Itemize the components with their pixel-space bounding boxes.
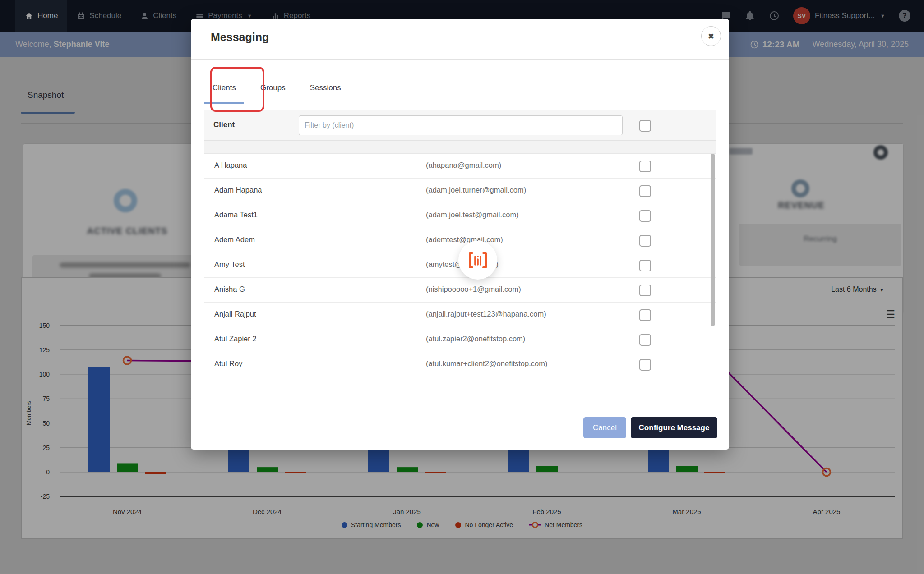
client-email: (atul.zapier2@onefitstop.com) (426, 335, 525, 343)
row-checkbox[interactable] (639, 260, 651, 271)
screen: Home Schedule Clients Payments ▼ Reports (0, 0, 924, 574)
row-checkbox[interactable] (639, 235, 651, 247)
client-email: (nishipooooo+1@gmail.com) (426, 285, 521, 294)
row-checkbox[interactable] (639, 185, 651, 197)
cancel-button[interactable]: Cancel (583, 417, 626, 438)
filter-input[interactable] (299, 115, 623, 135)
client-email: (anjali.rajput+test123@hapana.com) (426, 310, 546, 318)
client-name: Adam Hapana (214, 186, 262, 194)
modal-tabs: Clients Groups Sessions (211, 66, 709, 110)
row-checkbox[interactable] (639, 359, 651, 371)
client-name: Atul Roy (214, 359, 242, 368)
row-checkbox[interactable] (639, 309, 651, 321)
client-email: (ahapana@gmail.com) (426, 161, 501, 170)
table-row[interactable]: Atul Zapier 2(atul.zapier2@onefitstop.co… (204, 327, 716, 352)
client-table: Client A Hapana(ahapana@gmail.com)Adam H… (204, 110, 716, 377)
row-checkbox[interactable] (639, 285, 651, 296)
client-email: (adam.joel.turner@gmail.com) (426, 186, 526, 194)
filter-label: Client (213, 120, 235, 129)
table-row[interactable]: A Hapana(ahapana@gmail.com) (204, 154, 716, 179)
table-row[interactable]: Adam Hapana(adam.joel.turner@gmail.com) (204, 179, 716, 203)
scrollbar-thumb[interactable] (711, 154, 715, 326)
client-name: A Hapana (214, 161, 247, 170)
table-row[interactable]: Anisha G(nishipooooo+1@gmail.com) (204, 278, 716, 303)
client-name: Atul Zapier 2 (214, 335, 257, 343)
table-row[interactable]: Atul Roy(atul.kumar+client2@onefitstop.c… (204, 352, 716, 377)
table-row[interactable]: Adama Test1(adam.joel.test@gmail.com) (204, 203, 716, 228)
configure-message-button[interactable]: Configure Message (631, 417, 717, 438)
tab-sessions[interactable]: Sessions (308, 66, 343, 110)
select-all-checkbox[interactable] (639, 120, 651, 132)
client-name: Amy Test (214, 260, 245, 269)
client-name: Anjali Rajput (214, 310, 256, 318)
client-name: Anisha G (214, 285, 245, 294)
client-email: (ademtest@gmail.com) (426, 235, 503, 244)
client-name: Adama Test1 (214, 211, 258, 219)
tab-groups[interactable]: Groups (259, 66, 287, 110)
tab-clients[interactable]: Clients (211, 66, 238, 110)
client-email: (adam.joel.test@gmail.com) (426, 211, 519, 219)
table-subheader (204, 141, 716, 154)
row-checkbox[interactable] (639, 161, 651, 172)
close-icon[interactable]: ✖ (701, 26, 721, 46)
row-checkbox[interactable] (639, 210, 651, 222)
client-email: (atul.kumar+client2@onefitstop.com) (426, 359, 547, 368)
filter-row: Client (204, 110, 716, 141)
table-row[interactable]: Anjali Rajput(anjali.rajput+test123@hapa… (204, 303, 716, 327)
table-row[interactable]: Adem Adem(ademtest@gmail.com) (204, 228, 716, 253)
barcode-scan-badge (458, 241, 497, 280)
messaging-modal: Messaging ✖ Clients Groups Sessions Clie… (191, 19, 729, 450)
modal-divider (191, 59, 729, 60)
row-checkbox[interactable] (639, 334, 651, 346)
client-name: Adem Adem (214, 235, 255, 244)
modal-title: Messaging (211, 31, 269, 44)
barcode-icon (467, 250, 489, 270)
